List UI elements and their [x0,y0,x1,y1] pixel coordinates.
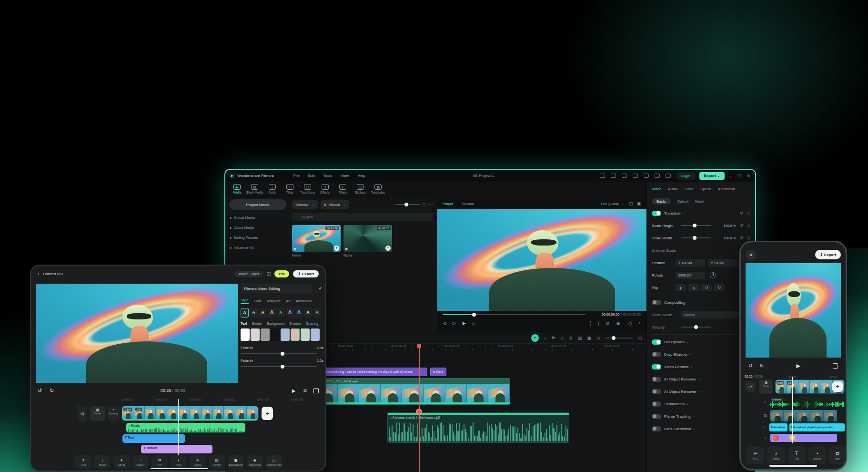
tab-speed[interactable]: Speed [700,187,711,191]
fade-in-slider[interactable] [241,353,317,354]
keyframe-icon[interactable]: ◇ [747,223,750,228]
flip-horizontal-button[interactable]: ◭ [676,284,686,291]
play-button[interactable]: ▶ [463,321,466,326]
quality-dropdown[interactable]: Full Quality ⌄ [601,202,624,206]
playhead-handle[interactable] [416,409,422,415]
ai-object-remover-toggle[interactable] [652,377,661,382]
phone-pip-clip[interactable] [770,410,837,421]
color-swatch[interactable] [261,328,270,341]
sidebar-item-global-media[interactable]: ▸Global Media [225,213,286,223]
tab-effects[interactable]: ✦Effects [316,183,334,197]
timeline-text-clip[interactable]: is there [430,368,446,376]
filter-funnel-icon[interactable]: ▽ [423,203,426,207]
add-to-timeline-icon[interactable]: + [385,246,391,251]
more-options-icon[interactable]: ⋯ [429,202,433,207]
color-swatch[interactable] [301,328,310,341]
thumb-size-slider[interactable] [395,204,420,205]
background-toggle[interactable] [652,339,661,345]
phone-export-button[interactable]: ↥ Export [815,250,841,259]
tablet-ruler[interactable]: 00:00:1000:00:1500:00:2000:00:2500:00:30… [121,398,303,401]
color-swatch[interactable] [271,328,280,341]
tablet-music-clip[interactable]: ♪ Music [126,423,245,432]
rotate-field[interactable]: 0000.00° [676,272,705,279]
position-y-field[interactable]: Y 100.00 [708,259,737,267]
scale-height-value[interactable]: 100.0 % [724,224,736,227]
track-mute-button[interactable]: ◁) [77,406,87,421]
toolbar-sticker-button[interactable]: ◔Sticker [132,455,149,469]
toolbar-adjust-button[interactable]: ✛Adjust [190,455,206,469]
cover-button[interactable]: ▦Cover [90,406,105,421]
tab-transitions[interactable]: ⊟Transitions [299,183,316,197]
next-frame-button[interactable]: ▷ [453,321,456,326]
tab-template[interactable]: Template [266,299,281,303]
toolbar-format-button[interactable]: ▤Format [209,455,225,469]
keyframe-icon[interactable]: ◇ [747,236,750,240]
menu-view[interactable]: View [341,174,349,178]
add-to-timeline-icon[interactable]: + [334,246,339,251]
track-manage-icon[interactable]: ▥ [578,336,582,340]
tab-audio[interactable]: ♪Audio [263,183,281,197]
tablet-video-clip[interactable]: 0.8M 0.8 [121,406,259,421]
menu-tools[interactable]: Tools [323,174,332,178]
subtab-spacing[interactable]: Spacing [306,322,318,325]
tab-style[interactable]: Style [241,298,249,304]
record-dropdown[interactable]: Record⌄ [321,200,349,209]
tab-source[interactable]: Source [462,202,474,206]
add-opening-button[interactable]: +Opening [107,406,120,421]
tab-stickers[interactable]: ◎Stickers [352,183,369,197]
keyframe-icon[interactable]: ⊠ [303,388,307,393]
reset-icon[interactable]: ↺ [740,223,744,228]
split-view-icon[interactable]: ◫ [629,201,633,206]
phone-video-preview[interactable] [746,263,841,358]
snapshot-icon[interactable]: ▣ [636,201,641,206]
reset-icon[interactable]: ↺ [740,211,744,215]
login-button[interactable]: Login [676,172,696,180]
undo-icon[interactable]: ↺ [38,388,42,394]
phone-sticker-clip[interactable] [770,434,837,442]
tablet-video-preview[interactable] [36,284,238,383]
subtab-shadow[interactable]: Shadow [289,322,301,325]
style-preset[interactable]: A [304,308,312,318]
lens-correction-toggle[interactable] [652,426,661,431]
home-indicator[interactable] [151,468,208,469]
play-icon[interactable]: ▶ [292,388,296,393]
style-preset[interactable]: A [268,308,276,318]
fullscreen-icon[interactable]: ⌖ [638,320,641,326]
timeline-text-clip[interactable]: Is there something i can do before runni… [316,368,427,376]
video-preview[interactable] [437,209,646,311]
phone-caption-clip[interactable]: Relaxed and playful spring-visitin [789,423,845,431]
back-icon[interactable]: ‹ [38,271,39,277]
timeline-playhead[interactable] [419,344,420,472]
tab-video[interactable]: Video [652,187,661,191]
blend-mode-select[interactable]: Normal [681,311,738,318]
redo-icon[interactable]: ↻ [50,388,54,394]
home-indicator[interactable] [769,465,817,467]
tab-animation[interactable]: Animation [718,187,735,191]
mute-button[interactable]: ◁✕ [745,381,756,392]
add-clip-button[interactable]: + [262,407,273,420]
flip-vertical-button[interactable]: ◮ [688,284,699,291]
rotate-right-button[interactable]: ↻ [714,284,725,291]
speaker-icon[interactable]: ◁) [627,321,632,326]
undo-icon[interactable]: ↺ [748,363,753,369]
keyframe-icon[interactable]: ◇ [747,211,750,215]
add-clip-button[interactable]: + [832,381,843,392]
prev-frame-button[interactable]: ◁ [443,321,446,326]
toolbar-text-button[interactable]: TText [787,446,806,464]
search-input[interactable] [292,213,433,221]
compositing-toggle[interactable] [652,300,661,305]
mark-in-icon[interactable]: { [589,321,591,326]
marker-icon[interactable]: ⚑ [551,336,555,340]
fullscreen-icon[interactable] [313,388,319,393]
maximize-button[interactable]: ▢ [737,174,741,178]
fade-in-slider[interactable] [241,366,317,367]
video-denoise-toggle[interactable] [652,364,661,369]
toolbar-music-button[interactable]: ♪Music [94,455,111,469]
subtab-background[interactable]: Background [267,322,284,325]
snap-icon[interactable]: ⊙ [596,336,600,340]
sidebar-item-editing-presets[interactable]: ▸Editing Presets [225,233,286,243]
fit-timeline-icon[interactable]: ⊡ [638,336,642,340]
toolbar-watermark-button[interactable]: ◈Watermark [247,455,263,469]
tab-filters[interactable]: ◐Filters [334,183,352,197]
style-preset[interactable]: A [313,308,321,318]
